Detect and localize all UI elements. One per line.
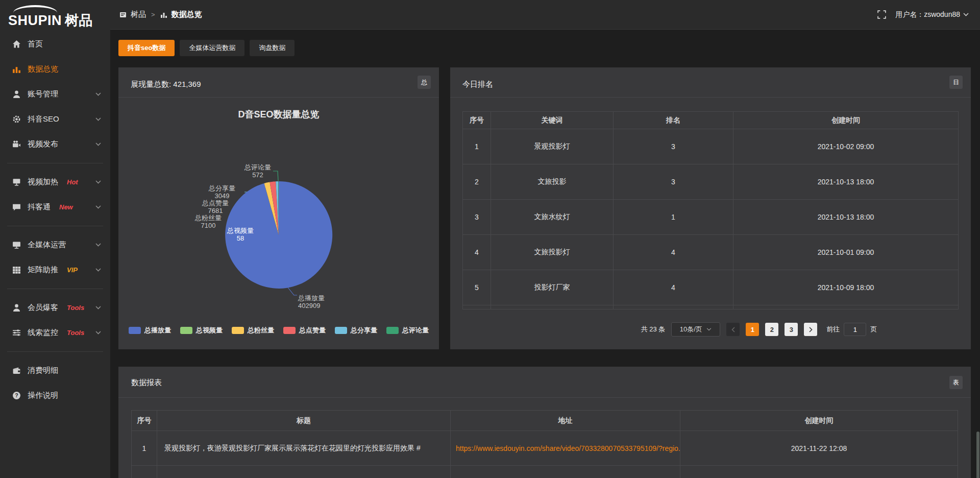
pie-label-shares: 总分享量3049 (201, 184, 243, 200)
sidebar-item-account[interactable]: 账号管理 (0, 82, 110, 107)
breadcrumb-root[interactable]: 树品 (131, 10, 146, 19)
tab-inquiry-data[interactable]: 询盘数据 (250, 40, 295, 56)
cell-created: 2021-10-09 18:00 (733, 270, 959, 305)
page-unit-label: 页 (870, 325, 877, 334)
legend-swatch (129, 327, 141, 334)
pie-label-comments: 总评论量572 (236, 163, 279, 179)
chevron-down-icon (95, 117, 101, 121)
bar-chart-icon (12, 65, 21, 74)
page-button-3[interactable]: 3 (785, 323, 798, 336)
total-badge-button[interactable]: 总 (418, 76, 431, 89)
topbar-right: 用户名：zswodun88 (877, 10, 980, 19)
table-row-partial (132, 466, 958, 478)
fullscreen-icon[interactable] (877, 10, 886, 19)
sidebar-item-label: 操作说明 (28, 391, 58, 400)
cell-keyword: 投影灯厂家 (491, 270, 614, 305)
cell-no: 3 (463, 200, 491, 235)
sidebar-item-label: 视频发布 (28, 139, 58, 149)
menu-divider (7, 163, 103, 163)
grid-icon (12, 266, 21, 274)
sidebar-item-douketong[interactable]: 抖客通 New (0, 195, 110, 220)
sidebar-item-label: 会员爆客 (28, 303, 58, 313)
sidebar-item-label: 全媒体运营 (28, 240, 66, 250)
app-logo: SHUPIN树品 (8, 4, 105, 31)
page-size-select[interactable]: 10条/页 (671, 322, 720, 337)
goto-page-input[interactable] (844, 323, 866, 336)
sidebar-item-label: 视频加热 (28, 177, 58, 187)
sidebar-item-label: 线索监控 (28, 328, 58, 338)
table-header-row: 序号 标题 地址 创建时间 (132, 411, 958, 431)
table-row: 3 文旅水纹灯 1 2021-10-13 18:00 (463, 200, 959, 235)
video-link[interactable]: https://www.iesdouyin.com/share/video/70… (451, 431, 680, 466)
monitor-icon (12, 241, 21, 249)
legend-item-likes[interactable]: 总点赞量 (283, 326, 326, 335)
day-badge-button[interactable]: 日 (949, 76, 963, 89)
chevron-down-icon (95, 243, 101, 247)
cell-created: 2021-10-02 09:00 (733, 129, 959, 164)
sidebar-item-label: 账号管理 (28, 89, 58, 99)
pie-legend: 总播放量 总视频量 总粉丝量 总点赞量 总分享量 总评论量 (118, 326, 439, 335)
labelline-plays (288, 288, 297, 295)
cell-keyword: 文旅投影灯 (491, 235, 614, 270)
sidebar-item-consumption-detail[interactable]: 消费明细 (0, 358, 110, 383)
table-badge-button[interactable]: 表 (949, 376, 963, 389)
sidebar-item-media-operation[interactable]: 全媒体运营 (0, 232, 110, 257)
pie-label-likes: 总点赞量7681 (194, 199, 237, 214)
user-menu[interactable]: 用户名：zswodun88 (895, 10, 969, 19)
cell-no: 5 (463, 270, 491, 305)
hot-badge: Hot (67, 178, 78, 186)
legend-item-fans[interactable]: 总粉丝量 (232, 326, 274, 335)
table-row: 1 景观投影灯，夜游景观投影灯厂家展示展示落花灯在花园里的灯光投影应用效果 # … (132, 431, 958, 466)
legend-item-videos[interactable]: 总视频量 (180, 326, 223, 335)
legend-swatch (335, 327, 347, 334)
pagination: 共 23 条 10条/页 1 2 3 前往 页 (499, 322, 980, 337)
panel-divider (450, 97, 971, 98)
col-title: 标题 (157, 411, 451, 431)
sidebar-item-home[interactable]: 首页 (0, 32, 110, 57)
sidebar-item-matrix-boost[interactable]: 矩阵助推 VIP (0, 257, 110, 282)
sidebar-item-video-publish[interactable]: 视频发布 (0, 132, 110, 157)
ranking-panel-title: 今日排名 (462, 80, 493, 89)
sidebar-item-member-baoke[interactable]: 会员爆客 Tools (0, 295, 110, 320)
sidebar-item-label: 首页 (28, 39, 43, 49)
breadcrumb-current[interactable]: 数据总览 (172, 10, 202, 19)
pie-chart-title: D音SEO数据量总览 (118, 108, 439, 121)
prev-page-button[interactable] (726, 323, 740, 336)
col-url: 地址 (451, 411, 680, 431)
data-report-panel: 数据报表 表 序号 标题 地址 创建时间 1 景观投影灯，夜游景观投影灯厂家展示… (118, 367, 971, 478)
sliders-icon (12, 328, 21, 337)
home-icon (12, 40, 21, 49)
wallet-icon (12, 366, 21, 375)
chat-icon (12, 203, 21, 211)
sidebar-item-data-overview[interactable]: 数据总览 (0, 57, 110, 82)
tab-douyin-seo-data[interactable]: 抖音seo数据 (118, 40, 175, 56)
pagination-total: 共 23 条 (641, 325, 666, 334)
next-page-button[interactable] (804, 323, 817, 336)
chevron-down-icon (963, 13, 969, 16)
page-button-2[interactable]: 2 (765, 323, 778, 336)
legend-item-comments[interactable]: 总评论量 (386, 326, 429, 335)
cell-keyword: 文旅投影 (491, 164, 614, 200)
table-header-row: 序号 关键词 排名 创建时间 (463, 112, 959, 129)
sidebar-item-douyin-seo[interactable]: 抖音SEO (0, 107, 110, 132)
impressions-total: 展现量总数: 421,369 (131, 80, 201, 89)
page-button-1[interactable]: 1 (746, 323, 759, 336)
sidebar-item-instructions[interactable]: ? 操作说明 (0, 383, 110, 408)
tab-media-operation-data[interactable]: 全媒体运营数据 (180, 40, 244, 56)
legend-item-plays[interactable]: 总播放量 (129, 326, 171, 335)
sidebar-item-video-heat[interactable]: 视频加热 Hot (0, 170, 110, 195)
report-panel-title: 数据报表 (131, 378, 162, 388)
table-row-empty (463, 305, 959, 309)
goto-label: 前往 (826, 325, 840, 334)
logo-text-cn: 树品 (65, 13, 93, 28)
data-source-tabs: 抖音seo数据 全媒体运营数据 询盘数据 (118, 40, 295, 56)
vertical-scrollbar-thumb[interactable] (976, 432, 979, 478)
legend-item-shares[interactable]: 总分享量 (335, 326, 377, 335)
legend-swatch (386, 327, 399, 334)
chevron-down-icon (95, 180, 101, 184)
vip-badge: VIP (67, 266, 78, 274)
legend-swatch (180, 327, 192, 334)
goto-page: 前往 页 (826, 323, 877, 336)
tools-badge: Tools (67, 304, 84, 312)
sidebar-item-lead-monitor[interactable]: 线索监控 Tools (0, 320, 110, 345)
